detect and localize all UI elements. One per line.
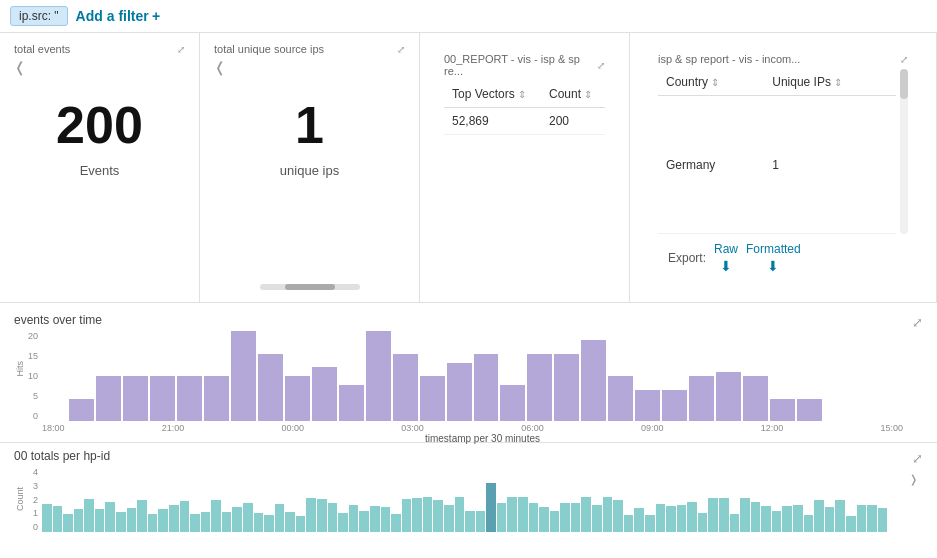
thin-bar <box>772 511 782 532</box>
thin-bar <box>381 507 391 532</box>
total-events-sublabel: Events <box>14 163 185 178</box>
thin-bar <box>581 497 591 532</box>
thin-bar <box>127 508 137 532</box>
thin-bar <box>148 514 158 532</box>
y-axis-0: 0 <box>14 411 38 421</box>
bar <box>447 363 472 422</box>
thin-bar <box>201 512 211 532</box>
thin-bar <box>698 513 708 532</box>
bar <box>69 399 94 422</box>
thin-bar <box>497 503 507 532</box>
events-chart-section: events over time ⤢ 20 15 10 5 0 Hits 18:… <box>0 303 937 443</box>
thin-bar <box>190 514 200 532</box>
total-events-label: total events <box>14 43 70 55</box>
y-axis-20: 20 <box>14 331 38 341</box>
export-formatted-label: Formatted <box>746 242 801 256</box>
thin-bar <box>560 503 570 532</box>
thin-bar <box>423 497 433 532</box>
unique-nav-left[interactable]: ❬ <box>214 59 405 75</box>
thin-bar <box>624 515 634 532</box>
filter-tag[interactable]: ip.src: " <box>10 6 68 26</box>
country-scrollbar[interactable] <box>900 69 908 234</box>
vectors-col2-header[interactable]: Count ⇕ <box>541 81 605 108</box>
thin-bar <box>444 505 454 532</box>
export-formatted-button[interactable]: Formatted ⬇ <box>746 242 801 274</box>
expand-events-chart-icon[interactable]: ⤢ <box>912 315 923 330</box>
thin-bar <box>275 504 285 532</box>
add-filter-button[interactable]: Add a filter + <box>76 8 161 24</box>
unique-ips-sublabel: unique ips <box>214 163 405 178</box>
export-raw-button[interactable]: Raw ⬇ <box>714 242 738 274</box>
export-row: Export: Raw ⬇ Formatted ⬇ <box>658 234 908 282</box>
top-vectors-panel: 00_REPORT - vis - isp & sp re... ⤢ Top V… <box>420 33 630 302</box>
total-events-value: 200 <box>14 95 185 155</box>
export-raw-download-icon: ⬇ <box>720 258 732 274</box>
thin-bar <box>878 508 888 532</box>
thin-bar <box>370 506 380 532</box>
bar <box>393 354 418 422</box>
export-raw-label: Raw <box>714 242 738 256</box>
total-events-title: total events ⤢ <box>14 43 185 55</box>
thin-bar <box>285 512 295 532</box>
bar <box>770 399 795 422</box>
thin-bar <box>613 500 623 533</box>
thin-bar <box>169 505 179 532</box>
vectors-title: 00_REPORT - vis - isp & sp re... ⤢ <box>444 53 605 77</box>
bar <box>123 376 148 421</box>
metrics-row: total events ⤢ ❬ 200 Events total unique… <box>0 33 937 303</box>
thin-bar <box>857 505 867 532</box>
thin-bar <box>158 509 168 532</box>
y-axis-label: Hits <box>15 361 25 377</box>
unique-ips-title: total unique source ips ⤢ <box>214 43 405 55</box>
x-axis-tick: 06:00 <box>521 423 544 433</box>
thin-bar <box>402 499 412 532</box>
expand-unique-icon[interactable]: ⤢ <box>397 44 405 55</box>
thin-bar <box>359 511 369 532</box>
country-title: isp & sp report - vis - incom... ⤢ <box>658 53 908 65</box>
expand-country-icon[interactable]: ⤢ <box>900 54 908 65</box>
bar <box>474 354 499 422</box>
thin-bar <box>105 502 115 532</box>
expand-totals-icon[interactable]: ⤢ <box>912 451 923 466</box>
bar <box>743 376 768 421</box>
country-col1-header[interactable]: Country ⇕ <box>658 69 764 96</box>
totals-y-0: 0 <box>14 522 38 532</box>
thin-bar <box>264 515 274 532</box>
bar <box>366 331 391 421</box>
bar <box>527 354 552 422</box>
bar <box>285 376 310 421</box>
add-filter-icon: + <box>152 8 160 24</box>
thin-bar <box>539 507 549 532</box>
add-filter-label: Add a filter <box>76 8 149 24</box>
country-col2-header[interactable]: Unique IPs ⇕ <box>764 69 896 96</box>
bar <box>339 385 364 421</box>
country-sort-icon: ⇕ <box>711 77 719 88</box>
thin-bar <box>338 513 348 533</box>
thin-bar <box>825 507 835 532</box>
thin-bar <box>677 505 687 532</box>
bar <box>581 340 606 421</box>
bar <box>258 354 283 422</box>
thin-bar <box>761 506 771 532</box>
events-nav-left[interactable]: ❬ <box>14 59 185 75</box>
bar <box>662 390 687 422</box>
thin-bar <box>296 516 306 532</box>
vectors-col1-header[interactable]: Top Vectors ⇕ <box>444 81 541 108</box>
thin-bar-highlight <box>486 483 496 532</box>
export-formatted-download-icon: ⬇ <box>767 258 779 274</box>
expand-vectors-icon[interactable]: ⤢ <box>597 60 605 71</box>
unique-ips-panel: total unique source ips ⤢ ❬ 1 unique ips <box>200 33 420 302</box>
country-col2-label: Unique IPs <box>772 75 831 89</box>
x-axis-tick: 09:00 <box>641 423 664 433</box>
totals-chart-section: 00 totals per hp-id ⤢ 4 3 2 1 0 Count ❭ <box>0 443 937 532</box>
nav-right-icon[interactable]: ❭ <box>909 473 918 486</box>
unique-ips-sort-icon: ⇕ <box>834 77 842 88</box>
bar <box>204 376 229 421</box>
thin-bar <box>740 498 750 532</box>
country-col1-label: Country <box>666 75 708 89</box>
vectors-col2-label: Count <box>549 87 581 101</box>
thin-bar <box>804 515 814 532</box>
events-chart-title-label: events over time <box>14 313 102 327</box>
expand-events-icon[interactable]: ⤢ <box>177 44 185 55</box>
vectors-sort-icon: ⇕ <box>518 89 526 100</box>
